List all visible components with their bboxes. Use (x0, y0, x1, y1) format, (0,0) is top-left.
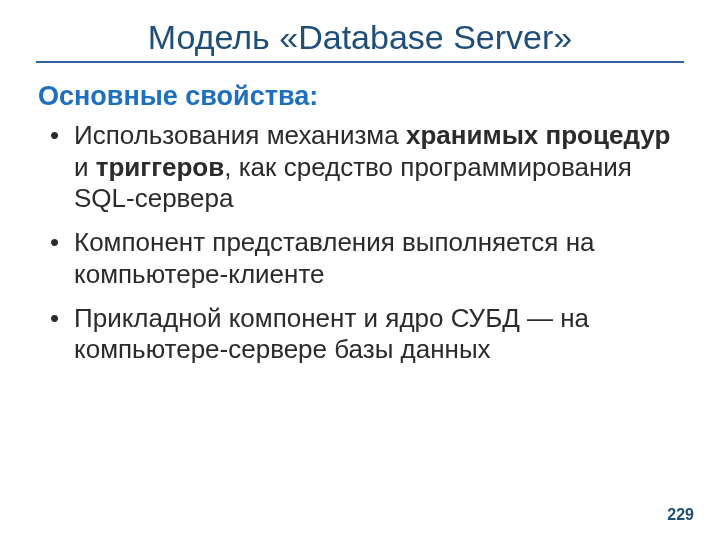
slide-title: Модель «Database Server» (36, 18, 684, 57)
page-number: 229 (667, 506, 694, 524)
bullet-list: Использования механизма хранимых процеду… (42, 120, 684, 366)
title-divider (36, 61, 684, 63)
list-item: Компонент представления выполняется на к… (72, 227, 684, 290)
list-item: Прикладной компонент и ядро СУБД — на ко… (72, 303, 684, 366)
text-fragment: и (74, 152, 96, 182)
text-fragment: Использования механизма (74, 120, 406, 150)
bold-text: триггеров (96, 152, 224, 182)
list-item: Использования механизма хранимых процеду… (72, 120, 684, 215)
subtitle: Основные свойства: (38, 81, 684, 112)
slide: Модель «Database Server» Основные свойст… (0, 0, 720, 540)
bold-text: хранимых процедур (406, 120, 670, 150)
